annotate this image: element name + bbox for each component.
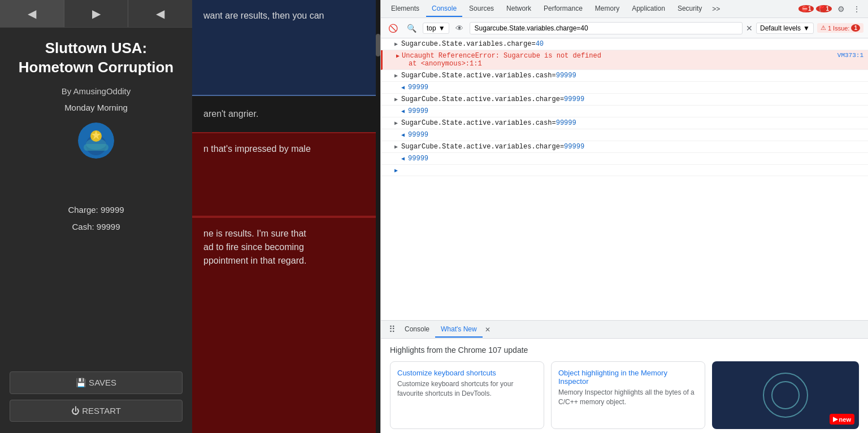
saves-button[interactable]: 💾 SAVES [10, 371, 183, 394]
author: By AmusingOddity [57, 82, 136, 100]
highlight-card-1[interactable]: Object highlighting in the Memory Inspec… [551, 361, 705, 429]
new-label: new [839, 416, 851, 423]
console-toolbar: 🚫 🔍 top ▼ 👁 ✕ Default levels ▼ ⚠ 1 Issue… [381, 18, 868, 38]
error-badge: ⛔1 [798, 5, 814, 12]
result-text: 99999 [408, 131, 863, 139]
log-entry-8[interactable]: ▶ SugarCube.State.active.variables.charg… [381, 141, 868, 153]
nav-buttons: ◀ ▶ ◀ [0, 0, 192, 28]
clear-console-button[interactable]: 🚫 [385, 22, 401, 34]
log-entry-4[interactable]: ▶ SugarCube.State.active.variables.charg… [381, 94, 868, 106]
highlight-card-1-desc: Memory Inspector highlights all the byte… [558, 388, 698, 407]
highlight-card-1-title: Object highlighting in the Memory Inspec… [558, 369, 698, 386]
tab-performance[interactable]: Performance [538, 1, 588, 17]
devtools-icons: ⛔1 🚩1 ⚙ ⋮ [798, 2, 863, 16]
youtube-icon: ▶ [833, 415, 837, 423]
passage-blue-text: want are results, then you can [203, 11, 324, 20]
result-arrow-icon[interactable]: ◀ [401, 131, 405, 138]
bottom-tab-whatsnew[interactable]: What's New [435, 322, 483, 338]
log-entry-result-9[interactable]: ◀ 99999 [381, 153, 868, 165]
tab-sources[interactable]: Sources [463, 1, 500, 17]
cash-stat: Cash: 99999 [68, 218, 124, 235]
issues-badge: ⚠ 1 Issue: 1 [817, 23, 863, 33]
log-entry-2[interactable]: ▶ SugarCube.State.active.variables.cash=… [381, 70, 868, 82]
bottom-tab-console[interactable]: Console [399, 322, 435, 338]
passage-blue: want are results, then you can [192, 0, 376, 96]
dots-icon[interactable]: ⋮ [850, 2, 863, 16]
sidebar: ◀ ▶ ◀ Sluttown USA: Hometown Corruption … [0, 0, 192, 433]
issues-label: 1 Issue: [828, 25, 850, 32]
passage-red-lower: ne is results. I'm sure that ad to fire … [192, 217, 376, 433]
passage-dark: aren't angrier. [192, 96, 376, 132]
log-entry-result-5[interactable]: ◀ 99999 [381, 106, 868, 117]
more-tabs-button[interactable]: >> [709, 3, 723, 15]
close-tab-button[interactable]: ✕ [483, 325, 493, 335]
log-text: SugarCube.State.active.variables.charge=… [401, 95, 863, 103]
bottom-content: Highlights from the Chrome 107 update Cu… [381, 339, 868, 433]
warning-badge: 🚩1 [816, 5, 832, 12]
highlight-video[interactable]: ▶ new [712, 361, 859, 429]
tab-memory[interactable]: Memory [589, 1, 625, 17]
passage-red-lower-text: ne is results. I'm sure that ad to fire … [203, 229, 306, 265]
restart-button[interactable]: ⏻ RESTART [10, 400, 183, 422]
devtools-panel: Elements Console Sources Network Perform… [380, 0, 868, 433]
tab-security[interactable]: Security [672, 1, 708, 17]
arrow-icon[interactable]: ▶ [394, 40, 398, 47]
log-code: Sugarcube.State.variables.charge=40 [401, 40, 544, 48]
arrow-icon[interactable]: ▶ [394, 72, 398, 79]
menu-button[interactable]: ◀ [128, 0, 192, 27]
back-button[interactable]: ◀ [0, 0, 64, 27]
passage-red-text: n that's impressed by male [203, 144, 311, 154]
scene-icon [78, 123, 114, 159]
levels-selector[interactable]: Default levels ▼ [756, 23, 814, 34]
filter-button[interactable]: 🔍 [404, 22, 419, 34]
tab-elements[interactable]: Elements [385, 1, 425, 17]
arrow-icon[interactable]: ▶ [394, 119, 398, 126]
log-entry-result-3[interactable]: ◀ 99999 [381, 82, 868, 94]
clear-filter-button[interactable]: ✕ [746, 24, 753, 33]
scrollbar[interactable] [376, 0, 380, 433]
console-log[interactable]: ▶ Sugarcube.State.variables.charge=40 ▶ … [381, 38, 868, 320]
stats: Charge: 99999 Cash: 99999 [68, 168, 124, 247]
action-buttons: 💾 SAVES ⏻ RESTART [10, 371, 183, 433]
svg-rect-4 [84, 144, 108, 151]
log-text: SugarCube.State.active.variables.charge=… [401, 143, 863, 151]
log-text: SugarCube.State.active.variables.cash=99… [401, 119, 863, 127]
drag-handle-icon[interactable]: ⠿ [385, 322, 399, 337]
eye-icon[interactable]: 👁 [453, 22, 466, 34]
arrow-icon[interactable]: ▶ [394, 143, 398, 150]
error-text: Uncaught ReferenceError: Sugarcube is no… [402, 52, 837, 68]
expand-arrow-icon[interactable]: ▶ [394, 167, 398, 174]
settings-icon[interactable]: ⚙ [834, 2, 848, 16]
highlight-card-0-title: Customize keyboard shortcuts [397, 369, 537, 377]
tab-application[interactable]: Application [626, 1, 671, 17]
forward-button[interactable]: ▶ [64, 0, 129, 27]
devtools-tabs: Elements Console Sources Network Perform… [381, 0, 868, 18]
log-entry-result-7[interactable]: ◀ 99999 [381, 129, 868, 141]
tab-console[interactable]: Console [426, 1, 462, 17]
log-entry-expand[interactable]: ▶ [381, 165, 868, 176]
scrollbar-thumb[interactable] [376, 34, 380, 56]
bottom-tabs: ⠿ Console What's New ✕ [381, 321, 868, 339]
log-text: Sugarcube.State.variables.charge=40 [401, 40, 863, 48]
console-filter-input[interactable] [470, 22, 743, 34]
error-icon[interactable]: ▶ [396, 52, 400, 59]
tab-network[interactable]: Network [501, 1, 537, 17]
context-selector[interactable]: top ▼ [423, 23, 449, 34]
arrow-icon[interactable]: ▶ [394, 95, 398, 103]
issues-count: 1 [851, 24, 860, 32]
result-arrow-icon[interactable]: ◀ [401, 107, 405, 115]
log-entry-0[interactable]: ▶ Sugarcube.State.variables.charge=40 [381, 38, 868, 50]
log-location[interactable]: VM373:1 [837, 52, 863, 59]
result-arrow-icon[interactable]: ◀ [401, 84, 405, 91]
charge-stat: Charge: 99999 [68, 202, 124, 218]
video-circle-outer [763, 373, 808, 418]
highlights-title: Highlights from the Chrome 107 update [390, 345, 859, 355]
result-arrow-icon[interactable]: ◀ [401, 155, 405, 162]
game-content: want are results, then you can aren't an… [192, 0, 376, 433]
levels-arrow-icon: ▼ [803, 24, 810, 32]
youtube-badge: ▶ new [830, 414, 854, 425]
devtools-bottom-panel: ⠿ Console What's New ✕ Highlights from t… [381, 320, 868, 433]
highlight-card-0[interactable]: Customize keyboard shortcuts Customize k… [390, 361, 544, 429]
log-entry-error[interactable]: ▶ Uncaught ReferenceError: Sugarcube is … [381, 50, 868, 70]
log-entry-6[interactable]: ▶ SugarCube.State.active.variables.cash=… [381, 117, 868, 129]
